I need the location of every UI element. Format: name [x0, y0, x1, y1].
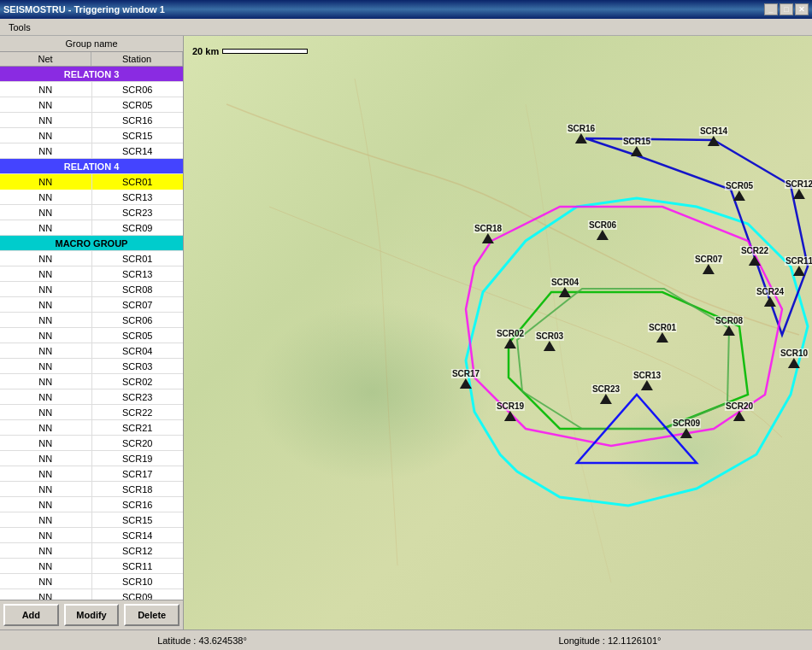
list-item[interactable]: NNSCR16	[0, 497, 183, 512]
close-button[interactable]: ✕	[795, 3, 809, 15]
list-item[interactable]: NNSCR23	[0, 389, 183, 405]
list-item[interactable]: NNSCR22	[0, 405, 183, 420]
latitude-label: Latitude :	[157, 635, 196, 646]
list-item[interactable]: NNSCR14	[0, 528, 183, 543]
longitude-label: Longitude :	[558, 635, 604, 646]
bottom-buttons: Add Modify Delete	[0, 600, 183, 630]
list-item[interactable]: NNSCR01	[0, 251, 183, 266]
net-column-header: Net	[0, 52, 91, 66]
station-marker: SCR11	[785, 256, 812, 277]
list-item[interactable]: NNSCR19	[0, 451, 183, 466]
column-headers: Net Station	[0, 52, 183, 67]
list-item[interactable]: NNSCR14	[0, 143, 183, 159]
station-marker: SCR04	[550, 278, 580, 298]
list-item[interactable]: NNSCR02	[0, 374, 183, 389]
scale-label: 20 km	[192, 46, 219, 56]
list-item[interactable]: NNSCR13	[0, 190, 183, 205]
station-marker: SCR05	[725, 181, 754, 202]
list-item[interactable]: NNSCR17	[0, 466, 183, 482]
latitude-value: 43.624538°	[198, 635, 246, 646]
station-marker: SCR08	[715, 316, 744, 337]
list-item[interactable]: NNSCR04	[0, 343, 183, 359]
list-item[interactable]: NNSCR06	[0, 82, 183, 97]
station-marker: SCR02	[496, 329, 525, 349]
scale-line	[222, 49, 308, 54]
title-text: SEISMOSTRU - Triggering window 1	[3, 4, 165, 15]
station-marker: SCR07	[694, 255, 723, 275]
list-item[interactable]: RELATION 4	[0, 159, 183, 174]
list-item[interactable]: NNSCR13	[0, 266, 183, 282]
left-panel: Group name Net Station RELATION 3NNSCR06…	[0, 36, 184, 630]
station-marker: SCR14	[699, 126, 728, 147]
list-item[interactable]: NNSCR18	[0, 482, 183, 497]
longitude-value: 12.1126101°	[608, 635, 662, 646]
list-item[interactable]: NNSCR20	[0, 436, 183, 451]
titlebar: SEISMOSTRU - Triggering window 1 _ □ ✕	[0, 0, 812, 19]
group-name-header: Group name	[0, 36, 183, 52]
station-marker: SCR23	[591, 384, 621, 405]
main-content: Group name Net Station RELATION 3NNSCR06…	[0, 36, 812, 630]
latitude-section: Latitude : 43.624538°	[7, 635, 397, 646]
list-item[interactable]: NNSCR09	[0, 220, 183, 236]
station-marker: SCR18	[474, 224, 503, 244]
list-item[interactable]: NNSCR21	[0, 420, 183, 436]
add-button[interactable]: Add	[3, 604, 59, 626]
list-item[interactable]: NNSCR15	[0, 512, 183, 528]
list-item[interactable]: NNSCR10	[0, 574, 183, 589]
statusbar: Latitude : 43.624538° Longitude : 12.112…	[0, 630, 812, 650]
list-item[interactable]: NNSCR08	[0, 282, 183, 297]
modify-button[interactable]: Modify	[64, 604, 120, 626]
station-marker: SCR09	[672, 419, 701, 439]
maximize-button[interactable]: □	[780, 3, 793, 15]
list-item[interactable]: NNSCR12	[0, 543, 183, 559]
list-item[interactable]: NNSCR06	[0, 313, 183, 328]
station-marker: SCR10	[780, 348, 809, 369]
list-item[interactable]: NNSCR03	[0, 359, 183, 374]
list-item[interactable]: NNSCR11	[0, 559, 183, 574]
station-marker: SCR19	[496, 401, 525, 422]
titlebar-controls: _ □ ✕	[764, 3, 809, 15]
delete-button[interactable]: Delete	[124, 604, 179, 626]
minimize-button[interactable]: _	[764, 3, 778, 15]
station-marker: SCR03	[535, 331, 564, 352]
tools-menu[interactable]: Tools	[3, 21, 36, 33]
map-area[interactable]: 20 km SCR16SCR14SCR15SCR05SCR12SCR18SCR0…	[184, 36, 812, 630]
list-item[interactable]: MACRO GROUP	[0, 236, 183, 251]
list-item[interactable]: NNSCR01	[0, 174, 183, 190]
station-column-header: Station	[91, 52, 183, 66]
station-marker: SCR13	[633, 371, 662, 391]
station-marker: SCR12	[785, 179, 812, 200]
station-marker: SCR24	[756, 287, 785, 307]
list-item[interactable]: NNSCR09	[0, 589, 183, 600]
list-item[interactable]: NNSCR05	[0, 328, 183, 343]
station-marker: SCR20	[725, 401, 754, 422]
list-item[interactable]: NNSCR16	[0, 113, 183, 128]
station-marker: SCR17	[451, 369, 480, 389]
list-item[interactable]: RELATION 3	[0, 67, 183, 82]
menubar: Tools	[0, 19, 812, 36]
station-marker: SCR15	[622, 137, 651, 157]
station-marker: SCR01	[648, 323, 677, 343]
station-marker: SCR16	[567, 124, 596, 144]
list-item[interactable]: NNSCR07	[0, 297, 183, 313]
list-item[interactable]: NNSCR15	[0, 128, 183, 143]
scale-bar: 20 km	[192, 46, 308, 56]
list-item[interactable]: NNSCR23	[0, 205, 183, 220]
station-marker: SCR06	[588, 220, 617, 241]
longitude-section: Longitude : 12.1126101°	[415, 635, 805, 646]
list-item[interactable]: NNSCR05	[0, 97, 183, 113]
station-list[interactable]: RELATION 3NNSCR06NNSCR05NNSCR16NNSCR15NN…	[0, 67, 183, 600]
station-marker: SCR22	[740, 246, 769, 266]
